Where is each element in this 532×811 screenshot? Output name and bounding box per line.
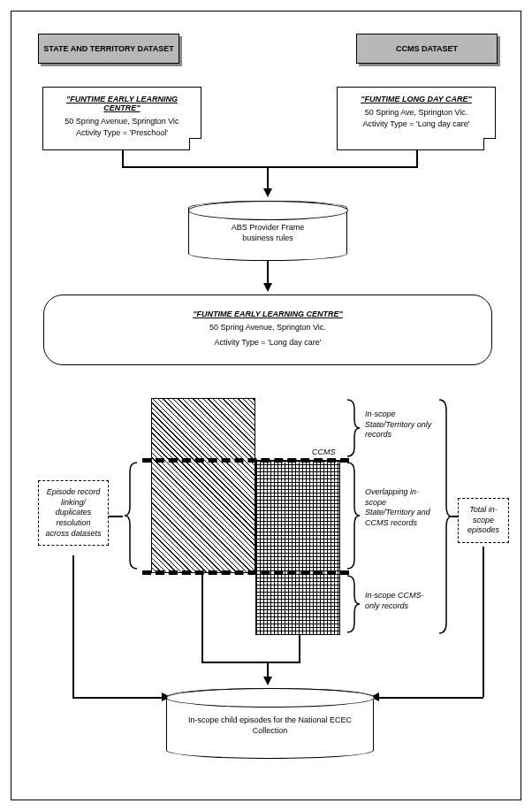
ccms-dataset-header: CCMS DATASET	[356, 34, 498, 64]
arrowhead-icon	[263, 677, 272, 685]
connector	[452, 516, 458, 517]
ccms-note-title: "FUNTIME LONG DAY CARE"	[346, 95, 486, 103]
total-episodes-label: Total in-scope episodes	[467, 505, 499, 534]
dashed-divider-bottom	[142, 570, 349, 575]
state-note-title: "FUNTIME EARLY LEARNING CENTRE"	[52, 95, 192, 112]
connector	[376, 697, 483, 699]
state-note: "FUNTIME EARLY LEARNING CENTRE" 50 Sprin…	[42, 87, 201, 150]
arrowhead-icon	[263, 188, 272, 197]
connector	[416, 150, 418, 166]
connector	[201, 662, 300, 663]
connector	[201, 573, 203, 662]
note-fold-icon	[483, 138, 496, 150]
annot-state-only: In-scope State/Territory only records	[365, 409, 436, 440]
arrowhead-icon	[263, 283, 272, 292]
merged-title: "FUNTIME EARLY LEARNING CENTRE"	[53, 310, 483, 318]
dashed-divider-top	[142, 458, 349, 463]
ccms-note-line2: Activity Type = 'Long day care'	[346, 119, 486, 130]
connector	[267, 166, 269, 191]
merged-result-box: "FUNTIME EARLY LEARNING CENTRE" 50 Sprin…	[43, 295, 492, 365]
final-cylinder: In-scope child episodes for the National…	[166, 688, 374, 759]
connector	[72, 555, 74, 697]
diagram-frame: STATE AND TERRITORY DATASET CCMS DATASET…	[11, 11, 521, 800]
note-fold-icon	[189, 138, 201, 150]
state-header-label: STATE AND TERRITORY DATASET	[43, 44, 173, 53]
merged-line2: Activity Type = 'Long day care'	[53, 337, 483, 348]
abs-cylinder-label: ABS Provider Framebusiness rules	[189, 223, 346, 243]
state-territory-dataset-header: STATE AND TERRITORY DATASET	[38, 34, 179, 64]
connector	[72, 697, 165, 699]
brace-state-only	[346, 398, 361, 458]
state-note-line1: 50 Spring Avenue, Springton Vic	[52, 116, 192, 127]
connector	[267, 261, 269, 286]
annot-overlap: Overlapping in-scope State/Territory and…	[365, 487, 436, 529]
connector	[299, 635, 300, 662]
abs-provider-cylinder: ABS Provider Framebusiness rules	[188, 201, 347, 261]
annot-ccms-only: In-scope CCMS-only records	[365, 591, 427, 611]
brace-left-overlap	[123, 461, 139, 570]
episode-linking-box: Episode record linking/ duplicates resol…	[38, 480, 109, 546]
ccms-note-line1: 50 Spring Ave, Springton Vic.	[346, 107, 486, 119]
connector	[122, 150, 124, 166]
total-episodes-box: Total in-scope episodes	[458, 498, 509, 543]
state-territory-block	[151, 398, 255, 573]
connector	[109, 516, 123, 517]
ccms-block	[255, 460, 340, 635]
final-cylinder-label: In-scope child episodes for the National…	[167, 715, 373, 736]
ccms-label: CCMS	[312, 448, 336, 458]
episode-linking-label: Episode record linking/ duplicates resol…	[45, 487, 101, 538]
ccms-header-label: CCMS DATASET	[396, 44, 458, 53]
brace-ccms-only	[346, 574, 361, 634]
connector	[122, 166, 418, 168]
ccms-note: "FUNTIME LONG DAY CARE" 50 Spring Ave, S…	[337, 87, 496, 150]
merged-line1: 50 Spring Avenue, Springton Vic.	[53, 322, 483, 333]
brace-overlap	[346, 461, 361, 570]
connector	[483, 547, 484, 697]
state-note-line2: Activity Type = 'Preschool'	[52, 127, 192, 139]
